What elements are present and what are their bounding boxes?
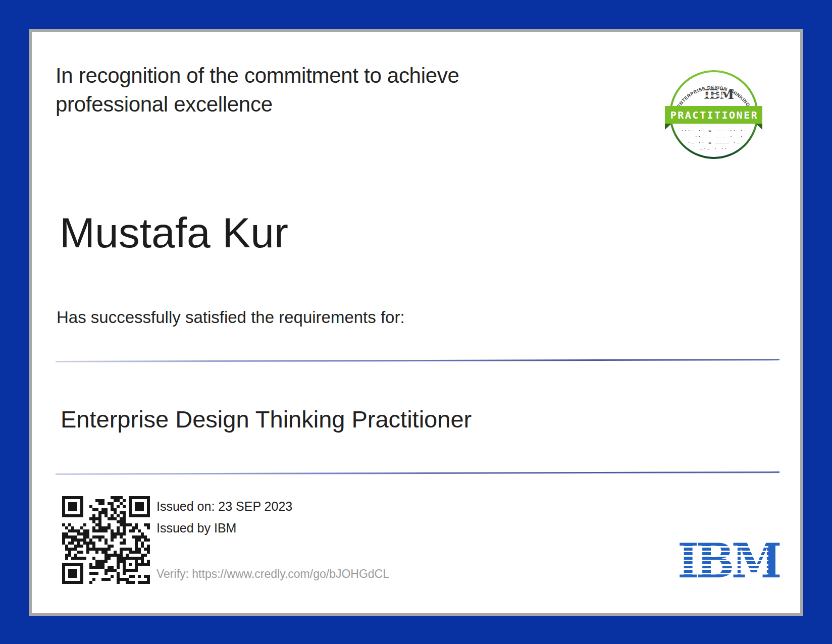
issued-by-label: Issued by xyxy=(157,521,211,535)
morse-decoration: ···– ·– ∞ ——— ·· ·– –– ··– – ––– · –· ·–… xyxy=(676,128,752,152)
issued-on-value: 23 SEP 2023 xyxy=(218,499,292,513)
badge-ibm-logo: IBM xyxy=(704,89,725,99)
registered-trademark-icon: ® xyxy=(770,571,775,579)
edt-practitioner-badge: ENTERPRISE DESIGN THINKING IBM PRACTITIO… xyxy=(664,69,764,162)
ibm-logo-text: IBM xyxy=(678,543,766,579)
intro-text: In recognition of the commitment to achi… xyxy=(56,61,540,119)
ribbon-fold-right xyxy=(756,124,762,130)
qualification-statement: Has successfully satisfied the requireme… xyxy=(57,308,405,327)
ibm-logo: IBM ® xyxy=(678,543,768,579)
practitioner-ribbon: PRACTITIONER xyxy=(665,106,762,124)
issued-on-label: Issued on: xyxy=(157,499,215,513)
verify-url: https://www.credly.com/go/bJOHGdCL xyxy=(192,567,389,580)
issued-by-value: IBM xyxy=(214,521,236,535)
ribbon-fold-left xyxy=(665,124,671,130)
ribbon-label: PRACTITIONER xyxy=(669,109,759,121)
badge-ibm-logo-text: IBM xyxy=(704,89,725,99)
morse-line: –– ··– – ––– · –· xyxy=(676,134,752,140)
morse-line: –·– · ·· xyxy=(676,146,752,152)
issued-on-line: Issued on: 23 SEP 2023 xyxy=(157,499,292,514)
divider-top xyxy=(56,359,779,362)
morse-line: ·– ·· ∞ ———— ·– xyxy=(676,140,752,146)
divider-bottom xyxy=(56,471,779,475)
qr-code xyxy=(62,496,150,584)
verify-label: Verify: xyxy=(157,567,189,580)
certificate: In recognition of the commitment to achi… xyxy=(29,29,803,616)
verify-line: Verify: https://www.credly.com/go/bJOHGd… xyxy=(157,567,389,581)
recipient-name: Mustafa Kur xyxy=(60,211,288,254)
issued-by-line: Issued by IBM xyxy=(157,521,236,535)
credential-title: Enterprise Design Thinking Practitioner xyxy=(61,405,472,433)
morse-line: ···– ·– ∞ ——— ·· ·– xyxy=(676,128,752,134)
